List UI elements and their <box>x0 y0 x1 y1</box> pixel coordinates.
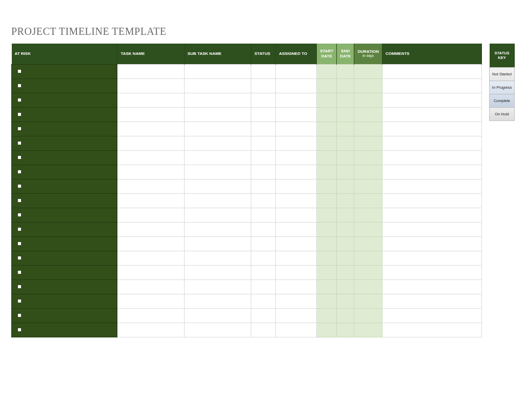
cell-assigned[interactable] <box>276 64 317 78</box>
cell-assigned[interactable] <box>276 323 317 337</box>
cell-sub-task[interactable] <box>184 64 251 78</box>
cell-status[interactable] <box>251 323 276 337</box>
cell-duration[interactable] <box>354 122 382 136</box>
cell-task-name[interactable] <box>117 236 184 251</box>
cell-start-date[interactable] <box>317 193 337 208</box>
cell-assigned[interactable] <box>276 78 317 93</box>
cell-task-name[interactable] <box>117 251 184 265</box>
cell-sub-task[interactable] <box>184 122 251 136</box>
cell-start-date[interactable] <box>317 93 337 107</box>
cell-assigned[interactable] <box>276 308 317 323</box>
cell-start-date[interactable] <box>317 78 337 93</box>
cell-comments[interactable] <box>382 64 482 78</box>
cell-duration[interactable] <box>354 279 382 294</box>
cell-assigned[interactable] <box>276 236 317 251</box>
cell-task-name[interactable] <box>117 279 184 294</box>
cell-sub-task[interactable] <box>184 136 251 150</box>
cell-status[interactable] <box>251 93 276 107</box>
cell-duration[interactable] <box>354 222 382 236</box>
cell-at-risk[interactable] <box>12 236 117 251</box>
cell-status[interactable] <box>251 179 276 193</box>
cell-sub-task[interactable] <box>184 208 251 222</box>
cell-assigned[interactable] <box>276 193 317 208</box>
cell-end-date[interactable] <box>337 193 354 208</box>
cell-task-name[interactable] <box>117 136 184 150</box>
cell-sub-task[interactable] <box>184 323 251 337</box>
cell-at-risk[interactable] <box>12 222 117 236</box>
cell-sub-task[interactable] <box>184 78 251 93</box>
cell-sub-task[interactable] <box>184 165 251 179</box>
cell-duration[interactable] <box>354 64 382 78</box>
cell-task-name[interactable] <box>117 323 184 337</box>
cell-status[interactable] <box>251 265 276 279</box>
cell-duration[interactable] <box>354 208 382 222</box>
cell-task-name[interactable] <box>117 265 184 279</box>
cell-sub-task[interactable] <box>184 150 251 165</box>
cell-at-risk[interactable] <box>12 179 117 193</box>
cell-comments[interactable] <box>382 136 482 150</box>
cell-sub-task[interactable] <box>184 308 251 323</box>
cell-status[interactable] <box>251 236 276 251</box>
cell-sub-task[interactable] <box>184 294 251 308</box>
cell-start-date[interactable] <box>317 150 337 165</box>
cell-end-date[interactable] <box>337 236 354 251</box>
cell-at-risk[interactable] <box>12 136 117 150</box>
cell-end-date[interactable] <box>337 208 354 222</box>
cell-status[interactable] <box>251 150 276 165</box>
cell-end-date[interactable] <box>337 150 354 165</box>
cell-task-name[interactable] <box>117 107 184 122</box>
cell-duration[interactable] <box>354 165 382 179</box>
cell-start-date[interactable] <box>317 165 337 179</box>
cell-at-risk[interactable] <box>12 78 117 93</box>
cell-assigned[interactable] <box>276 122 317 136</box>
cell-duration[interactable] <box>354 251 382 265</box>
cell-comments[interactable] <box>382 323 482 337</box>
cell-duration[interactable] <box>354 136 382 150</box>
cell-end-date[interactable] <box>337 64 354 78</box>
cell-at-risk[interactable] <box>12 251 117 265</box>
cell-sub-task[interactable] <box>184 93 251 107</box>
cell-end-date[interactable] <box>337 323 354 337</box>
cell-task-name[interactable] <box>117 222 184 236</box>
cell-task-name[interactable] <box>117 64 184 78</box>
cell-comments[interactable] <box>382 179 482 193</box>
cell-sub-task[interactable] <box>184 265 251 279</box>
cell-status[interactable] <box>251 107 276 122</box>
cell-at-risk[interactable] <box>12 308 117 323</box>
cell-comments[interactable] <box>382 93 482 107</box>
cell-assigned[interactable] <box>276 107 317 122</box>
cell-status[interactable] <box>251 308 276 323</box>
cell-duration[interactable] <box>354 107 382 122</box>
cell-end-date[interactable] <box>337 122 354 136</box>
cell-sub-task[interactable] <box>184 107 251 122</box>
cell-assigned[interactable] <box>276 93 317 107</box>
cell-duration[interactable] <box>354 93 382 107</box>
cell-start-date[interactable] <box>317 222 337 236</box>
cell-duration[interactable] <box>354 150 382 165</box>
cell-assigned[interactable] <box>276 279 317 294</box>
cell-at-risk[interactable] <box>12 279 117 294</box>
cell-sub-task[interactable] <box>184 222 251 236</box>
cell-status[interactable] <box>251 78 276 93</box>
cell-task-name[interactable] <box>117 294 184 308</box>
cell-comments[interactable] <box>382 208 482 222</box>
cell-assigned[interactable] <box>276 265 317 279</box>
cell-task-name[interactable] <box>117 78 184 93</box>
cell-at-risk[interactable] <box>12 323 117 337</box>
cell-at-risk[interactable] <box>12 64 117 78</box>
cell-start-date[interactable] <box>317 294 337 308</box>
cell-duration[interactable] <box>354 265 382 279</box>
cell-comments[interactable] <box>382 308 482 323</box>
cell-comments[interactable] <box>382 107 482 122</box>
cell-assigned[interactable] <box>276 150 317 165</box>
cell-assigned[interactable] <box>276 165 317 179</box>
cell-duration[interactable] <box>354 193 382 208</box>
cell-end-date[interactable] <box>337 294 354 308</box>
cell-start-date[interactable] <box>317 279 337 294</box>
cell-start-date[interactable] <box>317 265 337 279</box>
cell-start-date[interactable] <box>317 236 337 251</box>
cell-comments[interactable] <box>382 294 482 308</box>
cell-comments[interactable] <box>382 236 482 251</box>
cell-comments[interactable] <box>382 251 482 265</box>
cell-status[interactable] <box>251 64 276 78</box>
